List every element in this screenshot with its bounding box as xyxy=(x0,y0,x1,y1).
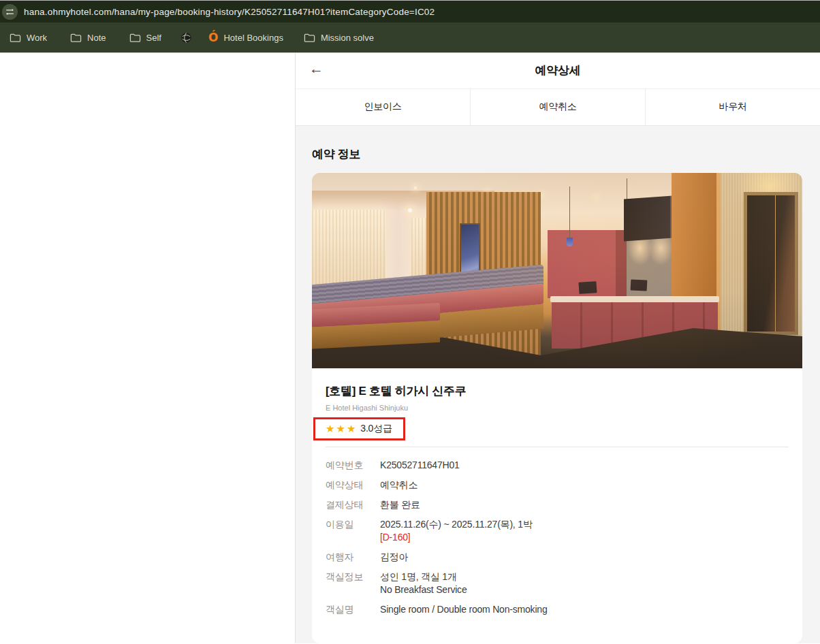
globe-icon xyxy=(180,32,192,44)
detail-row-booking-number: 예약번호 K25052711647H01 xyxy=(326,459,789,472)
section-title: 예약 정보 xyxy=(312,146,802,162)
d-day-badge: [D-160] xyxy=(380,531,533,544)
stay-dates-text: 2025.11.26(수) ~ 2025.11.27(목), 1박 xyxy=(380,518,533,531)
hotel-photo xyxy=(312,173,802,368)
address-bar-url[interactable]: hana.ohmyhotel.com/hana/my-page/booking-… xyxy=(24,7,435,17)
page-title: 예약상세 xyxy=(535,63,581,78)
detail-row-stay-dates: 이용일 2025.11.26(수) ~ 2025.11.27(목), 1박 [D… xyxy=(326,518,789,544)
detail-label: 객실명 xyxy=(326,603,380,616)
tab-cancel-booking[interactable]: 예약취소 xyxy=(470,89,645,125)
bookmark-self[interactable]: Self xyxy=(129,33,161,43)
bookmark-note[interactable]: Note xyxy=(70,33,106,43)
detail-row-room-info: 객실정보 성인 1명, 객실 1개 No Breakfast Service xyxy=(326,570,789,596)
detail-label: 여행자 xyxy=(326,551,380,564)
bookmark-work[interactable]: Work xyxy=(10,33,47,43)
photo-warm-tint xyxy=(312,173,802,368)
annotation-highlight-box: ★★★ 3.0성급 xyxy=(313,417,405,440)
room-occupancy-text: 성인 1명, 객실 1개 xyxy=(380,570,467,583)
hotel-name: [호텔] E 호텔 히가시 신주쿠 xyxy=(326,383,789,399)
site-info-icon[interactable] xyxy=(2,4,18,20)
booking-details-list: 예약번호 K25052711647H01 예약상태 예약취소 결제상태 환불 완… xyxy=(326,459,789,616)
detail-header: ← 예약상세 xyxy=(296,53,820,89)
detail-row-room-name: 객실명 Single room / Double room Non-smokin… xyxy=(326,603,789,616)
divider xyxy=(326,447,789,447)
action-tab-bar: 인보이스 예약취소 바우처 xyxy=(296,89,820,126)
bookmarks-bar: Work Note Self Ó Hotel Bookings Mission … xyxy=(0,22,820,53)
ohmyhotel-icon: Ó xyxy=(208,32,218,44)
bookmark-label: Hotel Bookings xyxy=(223,33,283,43)
folder-icon xyxy=(129,33,141,43)
page-body: ← 예약상세 인보이스 예약취소 바우처 예약 정보 xyxy=(0,53,820,643)
back-arrow-icon[interactable]: ← xyxy=(309,61,324,76)
bookmark-label: Mission solve xyxy=(321,33,374,43)
folder-icon xyxy=(70,33,82,43)
detail-value: 환불 완료 xyxy=(380,498,420,511)
detail-value: K25052711647H01 xyxy=(380,459,460,472)
detail-row-traveler: 여행자 김정아 xyxy=(326,551,789,564)
browser-url-bar: hana.ohmyhotel.com/hana/my-page/booking-… xyxy=(0,0,820,22)
folder-icon xyxy=(304,33,315,43)
star-rating-icons: ★★★ xyxy=(326,423,357,435)
booking-detail-panel: ← 예약상세 인보이스 예약취소 바우처 예약 정보 xyxy=(296,53,820,643)
detail-row-booking-status: 예약상태 예약취소 xyxy=(326,479,789,492)
detail-value: 2025.11.26(수) ~ 2025.11.27(목), 1박 [D-160… xyxy=(380,518,533,544)
detail-value: 김정아 xyxy=(380,551,408,564)
detail-value: 성인 1명, 객실 1개 No Breakfast Service xyxy=(380,570,467,596)
star-rating-label: 3.0성급 xyxy=(360,423,392,435)
booking-card-body: [호텔] E 호텔 히가시 신주쿠 E Hotel Higashi Shinju… xyxy=(312,368,802,643)
folder-icon xyxy=(10,33,21,43)
bookmark-globe[interactable] xyxy=(180,32,192,44)
detail-label: 예약상태 xyxy=(326,479,380,492)
tab-invoice[interactable]: 인보이스 xyxy=(296,89,470,125)
booking-info-card: [호텔] E 호텔 히가시 신주쿠 E Hotel Higashi Shinju… xyxy=(312,173,802,643)
bookmark-mission-solve[interactable]: Mission solve xyxy=(304,33,374,43)
detail-label: 이용일 xyxy=(326,518,380,544)
bookmark-label: Self xyxy=(146,33,161,43)
detail-label: 예약번호 xyxy=(326,459,380,472)
detail-row-payment-status: 결제상태 환불 완료 xyxy=(326,498,789,511)
detail-label: 객실정보 xyxy=(326,570,380,596)
booking-content: 예약 정보 xyxy=(296,126,820,643)
bookmark-label: Note xyxy=(87,33,106,43)
tab-voucher[interactable]: 바우처 xyxy=(645,89,820,125)
empty-left-panel xyxy=(0,53,296,643)
hotel-name-en: E Hotel Higashi Shinjuku xyxy=(326,404,789,412)
star-rating-row: ★★★ 3.0성급 xyxy=(326,417,789,442)
bookmark-hotel-bookings[interactable]: Ó Hotel Bookings xyxy=(208,32,283,44)
breakfast-text: No Breakfast Service xyxy=(380,583,467,596)
detail-value: Single room / Double room Non-smoking xyxy=(380,603,548,616)
detail-value: 예약취소 xyxy=(380,479,417,492)
detail-label: 결제상태 xyxy=(326,498,380,511)
bookmark-label: Work xyxy=(27,33,47,43)
